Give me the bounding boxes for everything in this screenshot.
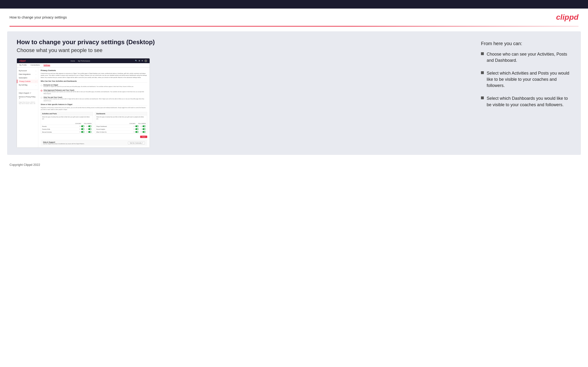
mock-tables-row: Activities and Posts Select the types of… — [41, 112, 147, 134]
mock-radio-approved-desc: Only approved followers and coaches you … — [43, 91, 147, 94]
mock-radio-approved-input[interactable] — [41, 90, 42, 92]
mock-sidebar-help: Help & Support ↗ — [17, 91, 38, 95]
mock-version: Clippd Client Version: 2022.8.2SQL Serve… — [17, 100, 38, 105]
mock-activities-header: Activities and Posts — [41, 112, 93, 116]
bullet-item-1: Choose who can see your Activities, Post… — [481, 51, 571, 63]
mock-sidebar: My Account› Data Integrations› Subscript… — [17, 67, 38, 148]
mock-subnav: My Profile Connections Settings — [17, 63, 150, 67]
mock-row-player-dashboard: Player Dashboard ON ON — [95, 125, 147, 128]
mock-activities-table: Activities and Posts Select the types of… — [41, 112, 93, 134]
mock-pd-followers-toggle[interactable] — [142, 125, 146, 127]
mock-radio-only-you-input[interactable] — [41, 97, 42, 99]
mock-subnav-settings: Settings — [43, 64, 50, 66]
mock-help-content: Help & Support Visit our Clippd communit… — [43, 141, 85, 144]
mock-visit-community-button[interactable]: Visit Our Community ↗ — [128, 142, 145, 144]
mock-topbar: clippd Home My Performance 🔍 ⊞ ⚙ — [17, 58, 150, 63]
mock-sidebar-account: My Account› — [17, 69, 38, 72]
mock-sidebar-golf-bag: My Golf Bag› — [17, 83, 38, 87]
mock-settings-icon: ⚙ — [141, 60, 143, 62]
mock-pd-coaches-on-label: ON — [133, 126, 135, 127]
mock-manual-coaches-toggle[interactable] — [81, 131, 85, 133]
left-column: How to change your privacy settings (Des… — [17, 39, 471, 148]
bullet-text-1: Choose who can see your Activities, Post… — [487, 51, 571, 63]
mock-ri-followers-toggle-group: ON — [141, 128, 146, 130]
mock-help-title: Help & Support — [43, 141, 85, 143]
mock-practice-coaches-toggle-group: ON — [79, 128, 85, 130]
mock-save-button[interactable]: Save — [140, 136, 147, 138]
mock-practice-toggles: ON ON — [79, 128, 92, 130]
mock-col-followers: FOLLOWERS — [84, 123, 92, 124]
page-heading: How to change your privacy settings (Des… — [17, 39, 471, 46]
mock-rounds-coaches-on-label: ON — [79, 126, 81, 127]
mock-logo: clippd — [19, 60, 26, 62]
mock-dashboards-table: Dashboards Select the types of activity … — [95, 112, 147, 134]
mock-ri-followers-toggle[interactable] — [142, 128, 146, 130]
mock-rounds-coaches-toggle[interactable] — [81, 125, 85, 127]
mock-rounds-toggles: ON ON — [79, 125, 92, 127]
mock-ri-coaches-toggle[interactable] — [135, 128, 139, 130]
mock-subnav-profile: My Profile — [19, 64, 27, 66]
mock-col-coaches: COACHES — [75, 123, 81, 124]
mock-dash-col-coaches: COACHES — [130, 123, 135, 124]
from-here-title: From here you can: — [481, 41, 571, 46]
mock-nav-icons: 🔍 ⊞ ⚙ — [135, 59, 147, 62]
mock-save-row: Save — [41, 136, 147, 138]
bullet-text-3: Select which Dashboards you would like t… — [487, 95, 571, 108]
mock-radio-everyone: Everyone on Clippd Everyone on Clippd ca… — [41, 84, 147, 88]
mock-manual-label: Manual Activities — [42, 131, 52, 133]
mock-practice-followers-toggle-group: ON — [86, 128, 92, 130]
mock-radio-everyone-input[interactable] — [41, 84, 42, 86]
mock-show-hide-title: Show or hide specific features in Clippd — [41, 104, 147, 106]
mock-row-manual: Manual Activities ON ON — [41, 131, 93, 133]
mock-help-section: Help & Support Visit our Clippd communit… — [41, 140, 147, 146]
mock-subnav-connections: Connections — [30, 64, 40, 66]
bullet-item-2: Select which Activities and Posts you wo… — [481, 70, 571, 89]
mock-practice-label: Practice Drills — [42, 128, 50, 130]
mock-pd-followers-on-label: ON — [141, 126, 142, 127]
mock-ri-coaches-toggle-group: ON — [133, 128, 139, 130]
mock-dashboards-col-headers: COACHES FOLLOWERS — [95, 122, 147, 125]
mock-pd-followers-toggle-group: ON — [141, 125, 146, 127]
mock-who-title: Who Can See Your Activities and Dashboar… — [41, 80, 147, 83]
mock-sidebar-data-integrations: Data Integrations› — [17, 72, 38, 76]
mock-rounds-followers-toggle[interactable] — [88, 125, 92, 127]
mock-manual-coaches-toggle-group: ON — [79, 131, 85, 133]
mock-body: My Account› Data Integrations› Subscript… — [17, 67, 150, 148]
mock-nav-links: Home My Performance — [71, 60, 90, 62]
mock-practice-followers-on-label: ON — [86, 128, 88, 130]
mock-wwo-coaches-on-label: ON — [133, 131, 135, 133]
mock-what-to-work-on-label: What To Work On — [96, 131, 107, 133]
mock-radio-only-you-content: Only You and Your Coach Only you and the… — [43, 96, 147, 102]
mock-search-icon: 🔍 — [135, 60, 137, 62]
mock-manual-toggles: ON ON — [79, 131, 92, 133]
mock-wwo-followers-toggle[interactable] — [142, 131, 146, 133]
logo: clippd — [556, 13, 579, 22]
mock-wwo-coaches-toggle-group: ON — [133, 131, 139, 133]
mock-row-round-insights: Round Insights ON ON — [95, 128, 147, 131]
mock-nav-performance: My Performance — [78, 60, 90, 62]
mock-round-insights-toggles: ON ON — [133, 128, 146, 130]
mock-pd-coaches-toggle[interactable] — [135, 125, 139, 127]
mock-activities-col-headers: COACHES FOLLOWERS — [41, 122, 93, 125]
mock-practice-followers-toggle[interactable] — [88, 128, 92, 130]
bullet-square-2 — [481, 71, 484, 74]
mock-radio-only-you-label: Only You and Your Coach — [43, 96, 147, 98]
top-bar — [0, 0, 588, 8]
mock-practice-coaches-toggle[interactable] — [81, 128, 85, 130]
bullet-square-1 — [481, 52, 484, 55]
header-title: How to change your privacy settings — [9, 15, 67, 19]
mock-radio-everyone-content: Everyone on Clippd Everyone on Clippd ca… — [43, 84, 134, 88]
mock-wwo-coaches-toggle[interactable] — [135, 131, 139, 133]
mock-sidebar-privacy-policy: Service & Privacy Policy ↗ — [17, 95, 38, 100]
mock-player-dashboard-label: Player Dashboard — [96, 126, 107, 127]
mock-main-panel: Privacy Controls Control how you and you… — [38, 67, 150, 148]
mock-manual-followers-toggle-group: ON — [86, 131, 92, 133]
mock-wwo-followers-toggle-group: ON — [141, 131, 146, 133]
mock-manual-followers-toggle[interactable] — [88, 131, 92, 133]
mock-radio-approved-label: Only Approved Followers and Your Coach — [43, 89, 147, 91]
header: How to change your privacy settings clip… — [0, 8, 588, 26]
page-subheading: Choose what you want people to see — [17, 47, 471, 53]
mock-row-what-to-work-on: What To Work On ON ON — [95, 131, 147, 133]
mock-row-practice: Practice Drills ON ON — [41, 128, 93, 131]
mock-sidebar-footer: Help & Support ↗ Service & Privacy Polic… — [17, 90, 38, 105]
